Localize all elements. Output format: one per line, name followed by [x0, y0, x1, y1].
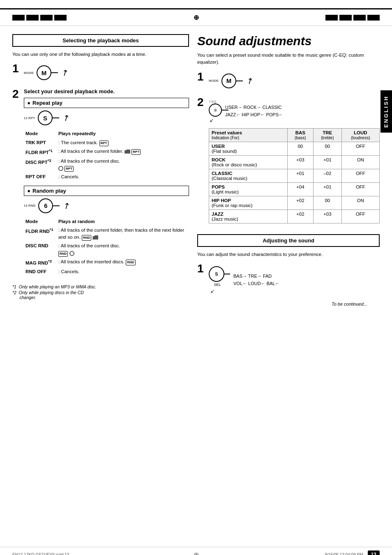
right-column: Sound adjustments You can select a prese… [197, 34, 380, 306]
adjusting-sound-title: Adjusting the sound [197, 234, 380, 247]
loud-header: LOUD (loudness) [341, 128, 379, 142]
repeat-play-table: Mode Plays repeatedly TRK RPT : The curr… [24, 129, 189, 181]
btn-m-label: M [42, 69, 47, 76]
step-2-left: 2 Select your desired playback mode. Rep… [12, 88, 189, 280]
center-cross-icon: ⊕ [194, 14, 199, 21]
fldr-rnd-label: FLDR RND*1 [25, 229, 53, 234]
fldr-rpt-label: FLDR RPT*1 [25, 150, 53, 155]
random-play-header: Random play [24, 186, 189, 196]
rnd-plays-header: Plays at random [57, 217, 189, 226]
sel-arrow-indicator: ↙ [210, 288, 226, 294]
preset-tre: 00 [313, 142, 341, 155]
top-rule-right-blocks [207, 15, 380, 21]
page-number: 13 [368, 550, 380, 555]
rnd-icon3: RND [126, 260, 135, 265]
step-1-adjust: 1 S SEL ↙ BAS→ TRE→ FAD VOL← LOUD← BAL← [197, 263, 380, 297]
eq-btn-icon: ≡ [214, 107, 217, 113]
rpt-off-label: RPT OFF [25, 174, 46, 179]
rule-block [54, 15, 67, 21]
table-row: RND OFF : Cancels. [24, 267, 189, 276]
step-1-right-illustration: MODE M ↗ [209, 74, 380, 88]
rpt-icon: RPT [99, 140, 108, 146]
preset-bas: +02 [287, 196, 313, 210]
preset-bas: +02 [287, 210, 313, 223]
folder-icon2 [92, 235, 98, 240]
rnd-num-label: 12 RND [24, 204, 35, 207]
rule-block [325, 15, 338, 21]
preset-tre: +03 [313, 210, 341, 223]
step-2-number: 2 [12, 88, 21, 100]
mode-label: MODE [24, 71, 34, 75]
mode-button[interactable]: M [37, 65, 51, 80]
preset-label: HIP HOP(Funk or rap music) [209, 196, 288, 210]
preset-label: ROCK(Rock or disco music) [209, 155, 288, 169]
rnd-arrow: ↗ [61, 200, 72, 212]
preset-loud: OFF [341, 182, 379, 196]
preset-label: USER(Flat sound) [209, 142, 288, 155]
step-2-right: 2 7 EQ ≡ ↙ USER→ ROCK→ CLASSIC JAZZ← HI [197, 97, 380, 230]
preset-label: JAZZ(Jazz music) [209, 210, 288, 223]
rpt-num-label: 11 RPT [24, 116, 35, 120]
left-column: Selecting the playback modes You can use… [12, 34, 189, 306]
tre-header: TRE (treble) [313, 128, 341, 142]
eq-button[interactable]: ≡ [209, 104, 222, 117]
folder-icon [125, 150, 130, 154]
random-play-table: Mode Plays at random FLDR RND*1 : All tr… [24, 217, 189, 276]
table-row: TRK RPT : The current track. RPT [24, 138, 189, 147]
step-1-right: 1 MODE M ↗ [197, 71, 380, 92]
preset-loud: OFF [341, 142, 379, 155]
eq-diagram: 7 EQ ≡ ↙ USER→ ROCK→ CLASSIC JAZZ← HIP H… [209, 100, 380, 123]
preset-loud: ON [341, 196, 379, 210]
top-rule: ⊕ [0, 8, 392, 26]
preset-tre: 00 [313, 196, 341, 210]
table-row: FLDR RPT*1 : All tracks of the current f… [24, 147, 189, 157]
eq-flow-arrows: USER→ ROCK→ CLASSIC JAZZ← HIP HOP← POPS← [225, 104, 283, 118]
main-content: Selecting the playback modes You can use… [0, 26, 392, 315]
rpt-icon3: RPT [65, 166, 74, 172]
preset-loud: ON [341, 155, 379, 169]
repeat-play-header: Repeat play [24, 98, 189, 108]
preset-table-row: USER(Flat sound) 00 00 OFF [209, 142, 380, 155]
table-row: RPT OFF : Cancels. [24, 173, 189, 181]
preset-table: Preset values Indication (For) BAS (bass… [209, 128, 380, 223]
selecting-modes-intro: You can use only one of the following pl… [12, 51, 189, 58]
rule-block [367, 15, 380, 21]
rnd-button[interactable]: 6 [38, 198, 53, 213]
sel-label: SEL [209, 283, 226, 287]
preset-tre: +01 [313, 155, 341, 169]
step-1-illustration: MODE M ↗ [24, 65, 189, 80]
selecting-modes-title: Selecting the playback modes [12, 34, 189, 47]
mode-col-header: Mode [24, 129, 57, 138]
step-2-right-number: 2 [197, 97, 205, 108]
bottom-right-area: 9/16/05 12:04:09 PM 13 [207, 550, 380, 555]
rule-block [339, 15, 352, 21]
step-2-right-content: 7 EQ ≡ ↙ USER→ ROCK→ CLASSIC JAZZ← HIP H… [209, 97, 380, 230]
disc-rnd-label: DISC RND [25, 243, 48, 248]
mode-button-right[interactable]: M [221, 74, 236, 88]
sel-button[interactable]: S [209, 266, 224, 282]
rule-block [26, 15, 39, 21]
step-1-left: 1 MODE M ↗ [12, 63, 189, 84]
eq-arrow-line2: JAZZ← HIP HOP← POPS← [225, 111, 283, 119]
preset-bas: 00 [287, 142, 313, 155]
repeat-play-illustration: 11 RPT S ↗ [24, 111, 189, 125]
rule-block [40, 15, 53, 21]
eq-btn-area: 7 EQ ≡ ↙ [209, 100, 222, 123]
preset-bas: +04 [287, 182, 313, 196]
preset-col1-header: Preset values Indication (For) [209, 128, 288, 142]
rpt-button[interactable]: S [38, 111, 53, 125]
trk-rpt-label: TRK RPT [25, 140, 46, 145]
rpt-btn-label: S [43, 115, 47, 122]
preset-label: POPS(Light music) [209, 182, 288, 196]
rule-block [353, 15, 366, 21]
rpt-icon2: RPT [131, 149, 141, 155]
step-1-content: MODE M ↗ [24, 63, 189, 84]
footnote-2: *2 Only while playing discs in the CD ch… [12, 290, 189, 300]
preset-loud: OFF [341, 169, 379, 182]
table-row: FLDR RND*1 : All tracks of the current f… [24, 226, 189, 242]
language-label: ENGLISH [383, 95, 389, 128]
bas-header: BAS (bass) [287, 128, 313, 142]
sel-arrow-line2: VOL← LOUD← BAL← [233, 280, 279, 288]
step-1-number: 1 [12, 63, 21, 74]
step-1-adjust-content: S SEL ↙ BAS→ TRE→ FAD VOL← LOUD← BAL← [209, 263, 380, 297]
